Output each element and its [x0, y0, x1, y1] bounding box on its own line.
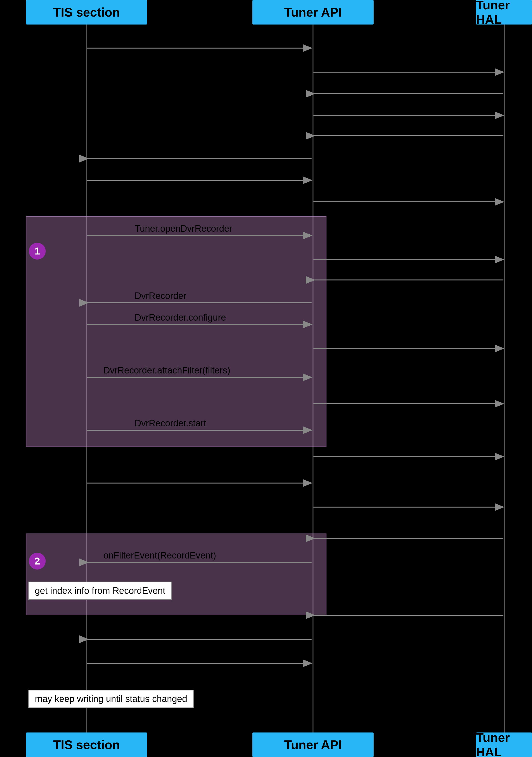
label-dvr-start: DvrRecorder.start — [135, 418, 206, 429]
label-open-dvr-recorder: Tuner.openDvrRecorder — [135, 224, 232, 234]
note-keep-writing: may keep writing until status changed — [28, 690, 194, 708]
tis-header-top: TIS section — [26, 0, 147, 24]
tuner-hal-lifeline — [504, 24, 505, 733]
label-dvr-recorder: DvrRecorder — [135, 291, 186, 301]
label-dvr-configure: DvrRecorder.configure — [135, 313, 226, 323]
highlight-box-1 — [26, 216, 327, 447]
tuner-api-header-top: Tuner API — [252, 0, 374, 24]
step-badge-2: 2 — [29, 553, 46, 569]
highlight-box-2 — [26, 533, 327, 615]
tis-header-bottom: TIS section — [26, 733, 147, 757]
tuner-api-header-bottom: Tuner API — [252, 733, 374, 757]
label-on-filter-event: onFilterEvent(RecordEvent) — [103, 550, 216, 560]
tuner-hal-header-bottom: Tuner HAL — [476, 733, 532, 757]
step-badge-1: 1 — [29, 243, 46, 259]
label-dvr-attach-filter: DvrRecorder.attachFilter(filters) — [103, 365, 230, 376]
note-get-index: get index info from RecordEvent — [28, 582, 172, 600]
tuner-hal-header-top: Tuner HAL — [476, 0, 532, 24]
